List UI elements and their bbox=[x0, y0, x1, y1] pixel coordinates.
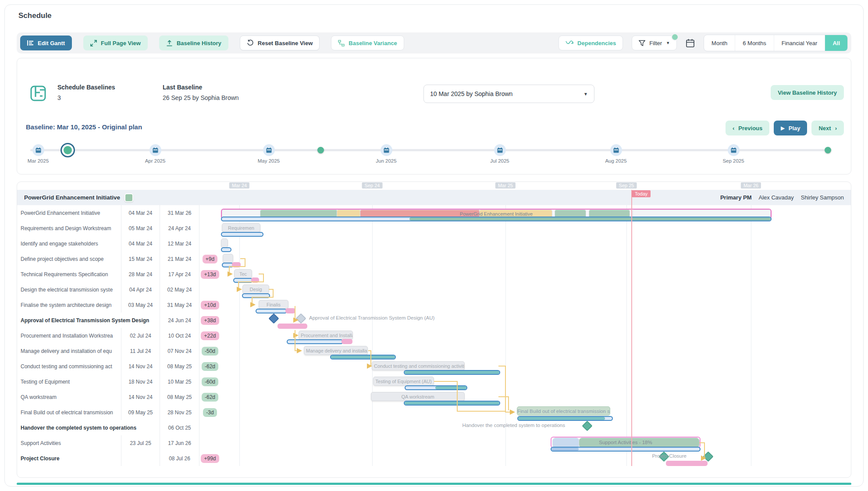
dependency-arrow-icon bbox=[566, 40, 573, 46]
chevron-left-icon: ‹ bbox=[733, 125, 734, 132]
task-start-cell: 18 Nov 24 bbox=[121, 374, 160, 389]
axis-month-label: Mar 25 bbox=[495, 182, 516, 189]
milestone-diamond[interactable] bbox=[268, 313, 279, 324]
gantt-task-row[interactable]: Handover the completed system to operati… bbox=[17, 420, 851, 435]
task-end-cell: 08 May 25 bbox=[160, 359, 199, 374]
baseline-ghost-bar: Finalis bbox=[259, 300, 288, 309]
gantt-task-row[interactable]: Manage delivery and installation of equ1… bbox=[17, 343, 851, 359]
progress-fill bbox=[331, 356, 395, 359]
gantt-task-row[interactable]: Final Build out of electrical transmissi… bbox=[17, 405, 851, 420]
variance-badge: -62d bbox=[202, 393, 218, 402]
task-variance-cell bbox=[199, 221, 221, 236]
play-baseline-button[interactable]: ▶ Play bbox=[774, 121, 807, 135]
edit-gantt-button[interactable]: Edit Gantt bbox=[20, 36, 72, 50]
gantt-task-row[interactable]: Conduct testing and commissioning act14 … bbox=[17, 359, 851, 374]
baseline-history-button[interactable]: Baseline History bbox=[159, 36, 228, 50]
gantt-task-row[interactable]: QA workstream14 Nov 2408 May 25-62dQA wo… bbox=[17, 389, 851, 405]
task-start-cell: 09 May 25 bbox=[121, 405, 160, 420]
task-variance-cell: +99d bbox=[199, 451, 221, 466]
task-variance-cell bbox=[199, 420, 221, 435]
baseline-marker[interactable] bbox=[317, 147, 324, 153]
baseline-ghost-bar: QA workstream bbox=[371, 392, 465, 401]
timeline-calendar-icon[interactable] bbox=[728, 144, 740, 156]
view-option-month[interactable]: Month bbox=[704, 35, 735, 51]
gantt-task-row[interactable]: Procurement and Installation Workstrea02… bbox=[17, 328, 851, 343]
baseline-select[interactable]: 10 Mar 2025 by Sophia Brown ▼ bbox=[423, 85, 594, 103]
task-name-cell: Manage delivery and installation of equ bbox=[17, 343, 121, 359]
view-option-financial-year[interactable]: Financial Year bbox=[774, 35, 825, 51]
completed-task-bar[interactable]: Final Build out of electrical transmissi… bbox=[517, 406, 610, 416]
view-baseline-history-button[interactable]: View Baseline History bbox=[771, 85, 844, 100]
gantt-toolbar: Edit Gantt Full Page View Baseline Histo… bbox=[17, 32, 851, 53]
selected-baseline-marker[interactable] bbox=[62, 144, 74, 156]
timeline-calendar-icon[interactable] bbox=[610, 144, 622, 156]
gantt-card: Mar 24Sep 24Mar 25Sep 25Mar 26 PowerGrid… bbox=[17, 181, 851, 478]
gantt-task-row[interactable]: Technical Requirements Specification28 M… bbox=[17, 267, 851, 282]
view-option-6-months[interactable]: 6 Months bbox=[735, 35, 773, 51]
dropdown-caret-icon: ▼ bbox=[583, 92, 588, 96]
timeline-calendar-icon[interactable] bbox=[32, 144, 44, 156]
timeline-calendar-icon[interactable] bbox=[149, 144, 161, 156]
next-baseline-button[interactable]: Next › bbox=[811, 121, 844, 135]
baseline-nav: ‹ Previous ▶ Play Next › bbox=[726, 121, 844, 135]
baseline-variance-button[interactable]: Baseline Variance bbox=[331, 36, 404, 50]
task-name-cell: Technical Requirements Specification bbox=[17, 267, 121, 282]
timeline-calendar-icon[interactable] bbox=[381, 144, 392, 156]
task-variance-cell: -60d bbox=[199, 374, 221, 389]
play-icon: ▶ bbox=[781, 125, 784, 131]
variance-badge: +38d bbox=[201, 316, 219, 325]
calendar-icon[interactable] bbox=[686, 39, 695, 48]
task-row-canvas: Final Build out of electrical transmissi… bbox=[221, 405, 851, 420]
view-option-all[interactable]: All bbox=[825, 35, 847, 51]
timeline-calendar-icon[interactable] bbox=[494, 144, 506, 156]
baseline-marker[interactable] bbox=[825, 147, 831, 153]
gantt-task-row[interactable]: Finalise the system architecture design0… bbox=[17, 297, 851, 313]
task-row-canvas: Desig bbox=[221, 282, 851, 297]
support-bar-label: Support Activities - 18% bbox=[551, 438, 700, 447]
task-variance-cell: +22d bbox=[199, 328, 221, 343]
gantt-task-row[interactable]: Testing of Equipment18 Nov 2410 Mar 25-6… bbox=[17, 374, 851, 389]
gantt-task-row[interactable]: Define project objectives and scope15 Ma… bbox=[17, 251, 851, 267]
filter-button[interactable]: Filter ▼ bbox=[632, 36, 677, 50]
task-row-canvas: Procurement and Installat bbox=[221, 328, 851, 343]
baselines-panel-icon bbox=[28, 84, 48, 103]
baseline-ghost-bar: Procurement and Installat bbox=[299, 331, 353, 340]
task-name-cell: Identify and engage stakeholders bbox=[17, 236, 121, 251]
task-start-cell: 04 Mar 24 bbox=[121, 236, 160, 251]
upload-icon bbox=[166, 40, 173, 46]
timeline-calendar-icon[interactable] bbox=[263, 144, 275, 156]
gantt-task-row[interactable]: PowerGrid Enhancement Initiative04 Mar 2… bbox=[17, 205, 851, 221]
gantt-task-row[interactable]: Project Closure08 Jul 26+99dProject Clos… bbox=[17, 451, 851, 466]
task-row-canvas: Requiremen bbox=[221, 221, 851, 236]
task-name-cell: Testing of Equipment bbox=[17, 374, 121, 389]
baseline-ghost-bar bbox=[223, 254, 233, 263]
pm-name[interactable]: Shirley Sampson bbox=[801, 194, 844, 201]
baseline-ghost-bar: Tec bbox=[234, 269, 252, 278]
baseline-ghost-bar: Desig bbox=[242, 285, 269, 294]
today-badge: Today bbox=[632, 190, 651, 197]
pm-name[interactable]: Alex Cavaday bbox=[759, 194, 794, 201]
milestone-diamond[interactable] bbox=[295, 313, 306, 324]
baselines-count-value: 3 bbox=[57, 94, 61, 101]
previous-baseline-button[interactable]: ‹ Previous bbox=[726, 121, 769, 135]
full-page-view-button[interactable]: Full Page View bbox=[83, 36, 148, 50]
gantt-task-row[interactable]: Design the electrical transmission syste… bbox=[17, 282, 851, 297]
gantt-task-row[interactable]: Requirements and Design Workstream05 Mar… bbox=[17, 221, 851, 236]
gantt-task-row[interactable]: Identify and engage stakeholders04 Mar 2… bbox=[17, 236, 851, 251]
axis-month-label: Mar 24 bbox=[229, 182, 249, 189]
task-start-cell: 15 Mar 24 bbox=[121, 251, 160, 267]
progress-fill bbox=[435, 386, 466, 389]
gantt-task-row[interactable]: Approval of Electrical Transmission Syst… bbox=[17, 313, 851, 328]
task-variance-cell bbox=[199, 236, 221, 251]
dependencies-button[interactable]: Dependencies bbox=[559, 36, 623, 50]
horizontal-scrollbar[interactable] bbox=[17, 483, 851, 485]
task-row-canvas bbox=[221, 251, 851, 267]
milestone-diamond[interactable] bbox=[703, 451, 713, 462]
task-name-cell: Finalise the system architecture design bbox=[17, 297, 121, 313]
reset-baseline-view-button[interactable]: Reset Baseline View bbox=[240, 36, 320, 50]
task-row-canvas: Approval of Electrical Transmission Syst… bbox=[221, 313, 851, 328]
variance-badge: -62d bbox=[202, 362, 218, 371]
gantt-task-row[interactable]: Support Activities23 Jul 2517 Jun 26Supp… bbox=[17, 435, 851, 451]
task-start-cell: 02 Jul 24 bbox=[121, 328, 160, 343]
milestone-diamond[interactable] bbox=[582, 420, 592, 431]
